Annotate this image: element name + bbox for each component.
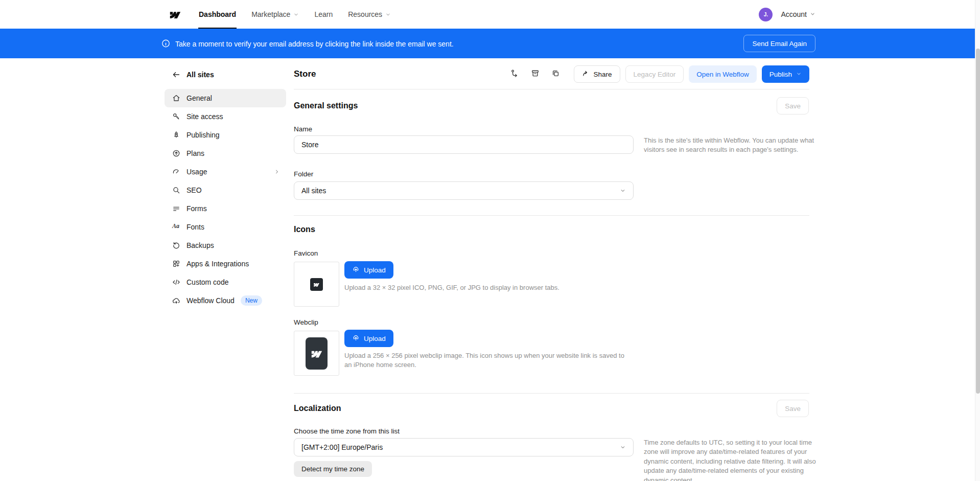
- send-email-again-button[interactable]: Send Email Again: [743, 35, 815, 52]
- divider: [294, 89, 809, 89]
- sidebar-item-label: SEO: [186, 186, 202, 194]
- sidebar-item-label: Backups: [186, 241, 214, 249]
- backups-icon: [172, 241, 180, 249]
- webflow-site-settings-page: DashboardMarketplaceLearnResources J. Ac…: [0, 0, 980, 481]
- sidebar-item-forms[interactable]: Forms: [165, 199, 286, 218]
- folder-label: Folder: [294, 170, 313, 178]
- sidebar-item-label: General: [186, 94, 212, 102]
- archive-icon: [531, 69, 540, 79]
- sidebar-item-fonts[interactable]: AaFonts: [165, 218, 286, 236]
- sidebar-item-label: Fonts: [186, 223, 204, 231]
- sidebar-item-label: Publishing: [186, 131, 220, 139]
- archive-site-button[interactable]: [528, 66, 543, 82]
- publish-button[interactable]: Publish: [762, 65, 809, 83]
- sidebar-item-custom-code[interactable]: Custom code: [165, 273, 286, 291]
- nav-item-marketplace[interactable]: Marketplace: [244, 0, 307, 29]
- sidebar-item-usage[interactable]: Usage: [165, 163, 286, 181]
- custom-code-icon: [172, 278, 180, 286]
- chevron-down-icon: [810, 10, 815, 18]
- webflow-cloud-icon: [172, 296, 180, 305]
- nav-right-group: J. Account: [740, 0, 815, 29]
- usage-icon: [172, 168, 180, 176]
- site-name-input[interactable]: [294, 135, 634, 154]
- localization-heading: Localization: [294, 404, 341, 413]
- back-label: All sites: [186, 71, 214, 79]
- sidebar-item-publishing[interactable]: Publishing: [165, 126, 286, 144]
- account-menu[interactable]: Account: [781, 10, 815, 18]
- avatar[interactable]: J.: [759, 8, 773, 21]
- page-title: Store: [294, 69, 316, 79]
- sidebar-item-apps-integrations[interactable]: Apps & Integrations: [165, 255, 286, 273]
- general-settings-header: General settings Save: [294, 97, 809, 114]
- forms-icon: [172, 204, 180, 213]
- banner-message: Take a moment to verify your email addre…: [175, 39, 454, 48]
- detect-timezone-button[interactable]: Detect my time zone: [294, 461, 372, 477]
- timezone-help-text: Time zone defaults to UTC, so setting it…: [644, 438, 820, 481]
- chevron-down-icon: [385, 12, 391, 17]
- sidebar-item-webflow-cloud[interactable]: Webflow CloudNew: [165, 291, 286, 310]
- folder-select[interactable]: All sites: [294, 181, 634, 200]
- duplicate-site-button[interactable]: [548, 66, 564, 82]
- chevron-right-icon: [274, 169, 280, 175]
- duplicate-icon: [551, 69, 560, 79]
- sidebar-item-label: Site access: [186, 112, 223, 121]
- sidebar-item-label: Usage: [186, 168, 207, 176]
- sidebar-item-plans[interactable]: Plans: [165, 144, 286, 163]
- main-content: Store Share Legacy Editor Open in Webflo…: [294, 58, 809, 481]
- nav-item-learn[interactable]: Learn: [307, 0, 340, 29]
- favicon-upload-button[interactable]: Upload: [344, 261, 393, 279]
- general-save-button[interactable]: Save: [777, 97, 809, 114]
- transfer-site-button[interactable]: [507, 66, 523, 82]
- share-arrow-icon: [582, 70, 590, 79]
- sidebar-item-label: Forms: [186, 204, 207, 213]
- chevron-down-icon: [620, 188, 626, 194]
- settings-sidebar: All sites GeneralSite accessPublishingPl…: [165, 58, 286, 310]
- favicon-preview: [294, 262, 339, 307]
- icons-heading: Icons: [294, 225, 315, 234]
- open-in-webflow-button[interactable]: Open in Webflow: [689, 65, 757, 83]
- webclip-help-text: Upload a 256 × 256 pixel webclip image. …: [344, 351, 633, 370]
- account-label: Account: [781, 10, 807, 18]
- back-to-all-sites[interactable]: All sites: [165, 58, 286, 89]
- legacy-editor-button[interactable]: Legacy Editor: [625, 65, 684, 83]
- scrollbar-track[interactable]: [975, 0, 980, 481]
- sidebar-item-backups[interactable]: Backups: [165, 236, 286, 255]
- general-icon: [172, 94, 180, 102]
- timezone-label: Choose the time zone from this list: [294, 427, 400, 435]
- favicon-label: Favicon: [294, 249, 318, 257]
- sidebar-item-label: Apps & Integrations: [186, 260, 249, 268]
- sidebar-item-seo[interactable]: SEO: [165, 181, 286, 199]
- divider: [294, 393, 809, 394]
- sidebar-item-label: Webflow Cloud: [186, 296, 235, 305]
- share-button[interactable]: Share: [574, 65, 620, 83]
- sidebar-item-general[interactable]: General: [165, 89, 286, 107]
- site-header-row: Store Share Legacy Editor Open in Webflo…: [294, 65, 809, 83]
- sidebar-item-label: Plans: [186, 149, 204, 157]
- banner-message-row: Take a moment to verify your email addre…: [161, 39, 454, 48]
- nav-item-label: Dashboard: [199, 10, 236, 18]
- upload-icon: [352, 265, 360, 274]
- webclip-image: [306, 337, 328, 370]
- localization-save-button[interactable]: Save: [777, 400, 809, 417]
- notifications-bell-icon[interactable]: [740, 9, 751, 19]
- favicon-image: [310, 278, 323, 291]
- name-help-text: This is the site's title within Webflow.…: [644, 136, 820, 155]
- sidebar-item-site-access[interactable]: Site access: [165, 107, 286, 126]
- plans-icon: [172, 149, 180, 157]
- scrollbar-thumb[interactable]: [976, 49, 980, 394]
- favicon-help-text: Upload a 32 × 32 pixel ICO, PNG, GIF, or…: [344, 283, 590, 292]
- nav-item-resources[interactable]: Resources: [340, 0, 399, 29]
- webclip-upload-button[interactable]: Upload: [344, 330, 393, 347]
- timezone-select[interactable]: [GMT+2:00] Europe/Paris: [294, 438, 634, 456]
- transfer-site-icon: [510, 69, 519, 79]
- webflow-logo-icon[interactable]: [169, 10, 182, 19]
- upload-icon: [352, 334, 360, 343]
- nav-item-label: Resources: [348, 10, 382, 18]
- name-label: Name: [294, 125, 312, 133]
- verify-email-banner: Take a moment to verify your email addre…: [0, 29, 980, 58]
- fonts-icon: Aa: [172, 223, 180, 231]
- new-badge: New: [241, 295, 262, 306]
- arrow-left-icon: [172, 71, 180, 79]
- nav-item-dashboard[interactable]: Dashboard: [191, 0, 244, 29]
- chevron-down-icon: [293, 12, 299, 17]
